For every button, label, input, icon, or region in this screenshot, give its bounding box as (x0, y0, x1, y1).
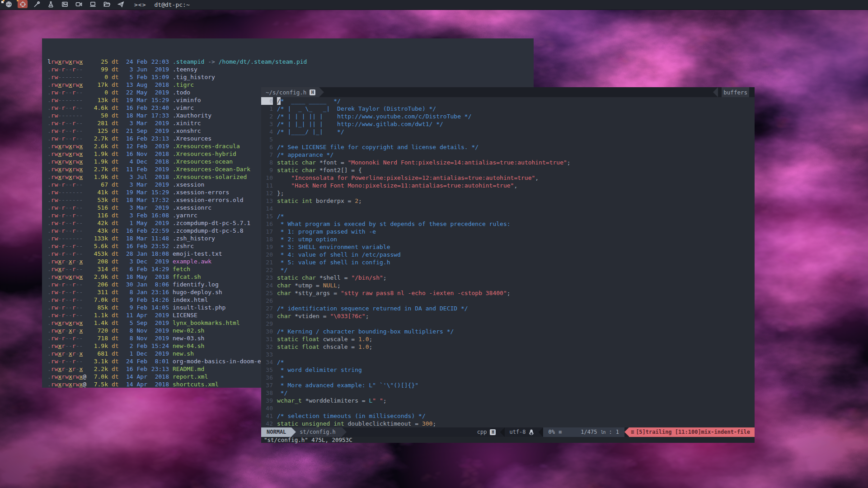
file-time: 2019 (151, 350, 169, 357)
file-size: 314 (90, 265, 108, 273)
file-owner: dt (112, 181, 119, 188)
buffer-tab[interactable]: ~/s/config.h H (261, 87, 319, 97)
file-permissions: .rw-r--r-- (47, 311, 86, 319)
line-number: 11 (261, 182, 273, 189)
file-size: 4.6k (90, 104, 108, 112)
code-line: 1/* | _ \_ _| Derek Taylor (DistroTube) … (261, 105, 755, 113)
file-size: 453k (90, 250, 108, 258)
file-date: 24 Feb (126, 357, 147, 365)
flask-icon[interactable] (46, 0, 56, 8)
file-size: 1.9k (90, 150, 108, 158)
file-size: 0 (90, 73, 108, 81)
file-permissions: .rw-r--r-- (47, 304, 86, 311)
file-time: 2019 (151, 319, 169, 327)
image-icon[interactable] (60, 0, 70, 8)
file-owner: dt (112, 142, 119, 150)
file-owner: dt (112, 281, 119, 288)
file-permissions: .rw------- (47, 188, 86, 196)
line-number: 1 (261, 105, 273, 113)
file-date: 18 Mar (126, 196, 147, 204)
laptop-icon[interactable] (88, 0, 98, 8)
file-time: 2019 (151, 327, 169, 334)
line-number: 7 (261, 151, 273, 159)
file-owner: dt (112, 58, 119, 66)
file-date: 1 Dec (126, 350, 147, 357)
linenumber-icon: ln (601, 427, 605, 437)
line-number: 24 (261, 282, 273, 289)
file-time: 2018 (151, 81, 169, 89)
file-size: 7.5k (90, 380, 108, 388)
line-number: 41 (261, 412, 273, 420)
line-number: 25 (261, 289, 273, 297)
code-line: 31static float cwscale = 1.0; (261, 335, 755, 343)
code-line: 16 * What program is execed by st depend… (261, 220, 755, 228)
file-date: 3 Mar (126, 181, 147, 188)
globe-icon[interactable] (4, 0, 14, 8)
file-owner: dt (112, 196, 119, 204)
code-line: 36 * (261, 374, 755, 381)
file-name: .viminfo (173, 96, 201, 104)
file-size: 7.0k (90, 296, 108, 304)
file-name: .Xresources-dracula (173, 142, 240, 150)
send-icon[interactable] (116, 0, 126, 8)
header-file-icon: H (310, 89, 315, 95)
colon-separator: : (609, 427, 612, 437)
file-size: 206 (90, 281, 108, 288)
crosshair-icon[interactable] (18, 0, 28, 8)
file-size: 516 (90, 204, 108, 211)
header-file-icon: H (490, 429, 496, 435)
file-name: .zshrc (173, 242, 194, 250)
file-name: .Xresources-hybrid (173, 150, 236, 158)
file-time: 2018 (151, 150, 169, 158)
code-line: 30/* Kerning / character bounding-box mu… (261, 328, 755, 335)
file-date: 16 Nov (126, 150, 147, 158)
vim-window[interactable]: ~/s/config.h H buffers 0/* ____ _____ */… (261, 87, 755, 443)
line-number: 4 (261, 128, 273, 136)
folder-icon[interactable] (102, 0, 112, 8)
code-area[interactable]: 0/* ____ _____ */1/* | _ \_ _| Derek Tay… (261, 97, 755, 427)
file-permissions: .rwxrwxrwx (47, 319, 86, 327)
file-owner: dt (112, 357, 119, 365)
column-number: 1 (616, 427, 619, 437)
file-date: 3 Mar (126, 119, 147, 127)
file-row: .rw-------0dt5 Feb15:09.tig_history (47, 73, 534, 81)
line-number: 5 (261, 136, 273, 143)
file-date: 16 Feb (126, 242, 147, 250)
line-number: 8 (261, 159, 273, 166)
file-size: 1.4k (90, 319, 108, 327)
code-line: 0/* ____ _____ */ (261, 97, 755, 105)
code-line: 6/* See LICENSE file for copyright and l… (261, 143, 755, 151)
file-name: .xonshrc (173, 127, 201, 135)
file-name: .zcompdump-dt-pc-5.8 (173, 227, 244, 235)
line-number: 10 (261, 174, 273, 182)
file-name: README.md (173, 365, 204, 373)
file-permissions: .rwxrwxrwx@ (47, 373, 86, 380)
code-line: 24char *utmp = NULL; (261, 282, 755, 289)
file-date: 1 May (126, 219, 147, 227)
line-number: 2 (261, 113, 273, 120)
file-permissions: .rw-r--r-- (47, 334, 86, 342)
code-line: 33 (261, 351, 755, 358)
line-number: 16 (261, 220, 273, 228)
code-line: 40 (261, 404, 755, 412)
code-line: 35 * word delimiter string (261, 366, 755, 374)
file-time: 2018 (151, 158, 169, 165)
file-size: 2.7k (90, 135, 108, 142)
line-number: 3 (261, 120, 273, 128)
file-date: 3 Jul (126, 173, 147, 181)
dropper-icon[interactable] (32, 0, 42, 8)
file-date: 24 Feb (126, 58, 147, 66)
code-line: 5 (261, 136, 755, 143)
file-time: 8:01 (151, 357, 169, 365)
file-date: 3 Jun (126, 66, 147, 73)
file-permissions: .rw------- (47, 235, 86, 242)
line-number: 30 (261, 328, 273, 335)
file-size: 5.6k (90, 242, 108, 250)
file-owner: dt (112, 265, 119, 273)
code-line: 22 */ (261, 266, 755, 274)
whitespace-warning-segment: ≡ [5]trailing [11:100]mix-indent-file (629, 427, 755, 437)
file-time: 2019 (151, 204, 169, 211)
code-line: 26 (261, 297, 755, 305)
file-permissions: .rw-r--r-- (47, 250, 86, 258)
camera-icon[interactable] (74, 0, 84, 8)
